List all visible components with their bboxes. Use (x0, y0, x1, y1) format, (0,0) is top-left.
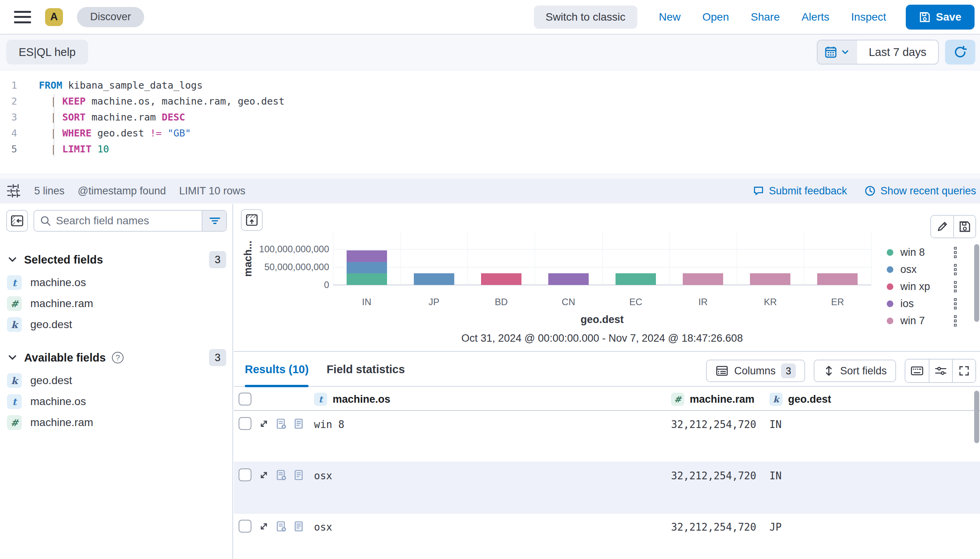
row-checkbox[interactable] (239, 417, 251, 430)
columns-button[interactable]: Columns 3 (706, 360, 805, 382)
bar-segment-ER-win-7[interactable] (817, 273, 858, 285)
column-header-machine.os[interactable]: tmachine.os (314, 388, 391, 411)
field-section-header-available-fields[interactable]: Available fields?3 (7, 349, 226, 366)
column-header-geo.dest[interactable]: kgeo.dest (769, 388, 831, 411)
bar-segment-KR-win-7[interactable] (750, 273, 790, 285)
menu-hamburger-button[interactable] (14, 10, 31, 24)
results-scrollbar-thumb[interactable] (974, 391, 979, 443)
date-picker: Last 7 days (817, 40, 939, 65)
date-picker-range[interactable]: Last 7 days (857, 40, 938, 64)
edit-visualization-button[interactable] (931, 216, 953, 238)
legend-options-icon[interactable] (954, 247, 972, 258)
keyboard-shortcuts-button[interactable] (905, 360, 929, 382)
help-icon[interactable]: ? (112, 352, 124, 363)
line-number: 1 (0, 77, 17, 93)
nav-link-inspect[interactable]: Inspect (851, 11, 886, 23)
refresh-icon (954, 45, 967, 59)
field-item-geo.dest[interactable]: kgeo.dest (6, 314, 227, 335)
expand-row-icon[interactable] (258, 469, 270, 482)
save-visualization-button[interactable] (953, 216, 975, 238)
esql-editor[interactable]: 1FROM kibana_sample_data_logs2 | KEEP ma… (0, 70, 980, 174)
editor-line[interactable]: 3 | SORT machine.ram DESC (0, 109, 980, 125)
calendar-icon (825, 46, 837, 58)
chart-scrollbar-thumb[interactable] (974, 244, 979, 322)
bar-segment-IN-ios[interactable] (347, 250, 387, 262)
row-checkbox[interactable] (239, 520, 251, 533)
line-number: 3 (0, 109, 17, 125)
collapse-sidebar-button[interactable] (6, 210, 28, 232)
table-row[interactable]: osx32,212,254,720IN (234, 462, 980, 514)
editor-line[interactable]: 5 | LIMIT 10 (0, 141, 980, 157)
bar-segment-IN-win-8[interactable] (347, 273, 387, 285)
field-item-machine.ram[interactable]: #machine.ram (6, 412, 227, 433)
editor-line[interactable]: 4 | WHERE geo.dest != "GB" (0, 125, 980, 141)
remove-document-icon[interactable] (275, 521, 287, 534)
editor-line[interactable]: 1FROM kibana_sample_data_logs (0, 77, 980, 93)
bar-segment-EC-win-8[interactable] (616, 273, 656, 285)
field-item-machine.os[interactable]: tmachine.os (6, 272, 227, 293)
filter-icon (209, 215, 221, 227)
bar-segment-IN-osx[interactable] (347, 262, 387, 274)
legend-item-osx[interactable]: osx (887, 264, 972, 275)
expand-row-icon[interactable] (258, 521, 270, 534)
avatar[interactable]: A (45, 8, 63, 26)
legend-item-win-xp[interactable]: win xp (887, 281, 972, 292)
field-section-header-selected-fields[interactable]: Selected fields3 (7, 251, 226, 268)
legend-options-icon[interactable] (954, 298, 972, 309)
bar-segment-CN-ios[interactable] (548, 273, 589, 285)
view-document-icon[interactable] (293, 469, 305, 482)
sort-fields-button[interactable]: Sort fields (814, 360, 896, 382)
nav-link-share[interactable]: Share (751, 11, 780, 23)
save-button[interactable]: Save (906, 5, 975, 30)
table-row[interactable]: osx32,212,254,720JP (234, 514, 980, 559)
submit-feedback-link[interactable]: Submit feedback (753, 185, 847, 197)
field-count-badge: 3 (209, 251, 226, 268)
field-item-machine.os[interactable]: tmachine.os (6, 391, 227, 412)
tab-field-statistics[interactable]: Field statistics (326, 352, 405, 387)
nav-link-new[interactable]: New (659, 11, 681, 23)
date-picker-calendar-button[interactable] (818, 40, 857, 64)
row-checkbox[interactable] (239, 468, 251, 481)
editor-line[interactable]: 2 | KEEP machine.os, machine.ram, geo.de… (0, 93, 980, 109)
editor-settings-icon[interactable] (6, 183, 21, 198)
remove-document-icon[interactable] (275, 418, 287, 431)
legend-color-dot (887, 283, 893, 290)
esql-help-button[interactable]: ES|QL help (6, 40, 88, 65)
legend-item-win-8[interactable]: win 8 (887, 247, 972, 258)
view-document-icon[interactable] (293, 521, 305, 534)
search-field-names-input[interactable] (56, 215, 196, 227)
hide-chart-panel-button[interactable] (241, 209, 263, 231)
switch-to-classic-button[interactable]: Switch to classic (534, 5, 637, 29)
bar-segment-BD-win-xp[interactable] (481, 273, 521, 285)
legend-options-icon[interactable] (954, 281, 972, 292)
cell-machine.os: osx (314, 470, 332, 482)
bar-chart-plot[interactable] (333, 231, 871, 285)
field-item-machine.ram[interactable]: #machine.ram (6, 293, 227, 314)
column-header-machine.ram[interactable]: #machine.ram (671, 388, 755, 411)
tab-results-10-[interactable]: Results (10) (245, 352, 309, 387)
expand-row-icon[interactable] (258, 418, 270, 431)
show-recent-queries-link[interactable]: Show recent queries (864, 185, 976, 197)
view-document-icon[interactable] (293, 418, 305, 431)
nav-link-open[interactable]: Open (703, 11, 729, 23)
refresh-button[interactable] (945, 40, 975, 65)
field-item-geo.dest[interactable]: kgeo.dest (6, 370, 227, 391)
breadcrumb[interactable]: Discover (77, 7, 144, 27)
legend-color-dot (887, 300, 893, 307)
legend-item-win-7[interactable]: win 7 (887, 315, 972, 326)
display-options-button[interactable] (929, 360, 952, 382)
legend-item-ios[interactable]: ios (887, 298, 972, 309)
bar-segment-JP-osx[interactable] (414, 273, 454, 285)
nav-link-alerts[interactable]: Alerts (802, 11, 830, 23)
cell-geo.dest: IN (769, 419, 781, 430)
fullscreen-button[interactable] (952, 360, 975, 382)
bar-segment-IR-win-7[interactable] (683, 273, 723, 285)
remove-document-icon[interactable] (275, 469, 287, 482)
table-row[interactable]: win 832,212,254,720IN (234, 411, 980, 462)
field-filter-button[interactable]: 0 (202, 211, 227, 231)
field-name: machine.ram (30, 416, 93, 429)
legend-options-icon[interactable] (954, 315, 972, 327)
legend-options-icon[interactable] (954, 264, 972, 275)
results-grid-header: tmachine.os#machine.ramkgeo.dest (234, 388, 980, 411)
select-all-checkbox[interactable] (239, 393, 251, 405)
